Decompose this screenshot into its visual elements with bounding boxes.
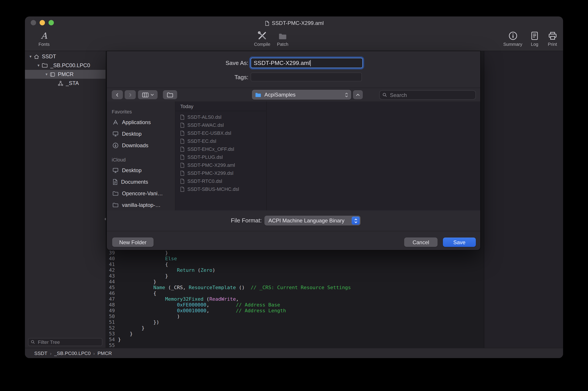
sidebar-item-downloads[interactable]: Downloads xyxy=(107,140,175,151)
breadcrumb-separator: › xyxy=(93,351,95,356)
code-line: 51 }) xyxy=(106,319,351,325)
code-line: 53 } xyxy=(106,331,351,337)
titlebar: SSDT-PMC-X299.aml xyxy=(25,16,563,28)
print-toolbar-button[interactable]: Print xyxy=(543,30,562,47)
line-number: 50 xyxy=(106,314,115,319)
window-title: SSDT-PMC-X299.aml xyxy=(264,19,324,26)
line-number: 52 xyxy=(106,325,115,331)
search-field[interactable] xyxy=(379,90,476,100)
search-input[interactable] xyxy=(389,92,473,98)
text-caret xyxy=(311,60,311,66)
search-icon xyxy=(382,93,387,98)
fonts-toolbar-button[interactable]: A Fonts xyxy=(33,30,55,47)
view-mode-button[interactable] xyxy=(138,90,158,99)
location-popup[interactable]: AcpiSamples xyxy=(252,90,351,100)
file-list-item[interactable]: SSDT-PMC-X299.dsl xyxy=(175,169,266,177)
line-number: 47 xyxy=(106,296,115,302)
file-list-item[interactable]: SSDT-AWAC.dsl xyxy=(175,121,266,129)
sidebar-item-applications[interactable]: Applications xyxy=(107,116,175,128)
cancel-button[interactable]: Cancel xyxy=(404,238,438,247)
disclosure-triangle-icon[interactable]: ▾ xyxy=(44,72,49,77)
back-button[interactable] xyxy=(112,90,123,99)
save-button[interactable]: Save xyxy=(443,238,476,247)
disclosure-triangle-icon[interactable]: ▾ xyxy=(28,54,33,59)
patch-folder-icon xyxy=(278,30,287,40)
tags-input[interactable] xyxy=(251,73,361,81)
chevron-left-icon xyxy=(115,92,120,97)
filter-tree-input[interactable] xyxy=(37,339,100,345)
tags-field[interactable] xyxy=(251,73,362,81)
doc-icon xyxy=(180,154,185,160)
doc-icon xyxy=(180,114,185,120)
file-list-item[interactable]: SSDT-EHCx_OFF.dsl xyxy=(175,145,266,153)
tree-item--sta[interactable]: _STA xyxy=(25,79,106,88)
file-name: SSDT-SBUS-MCHC.dsl xyxy=(187,186,239,192)
new-folder-button[interactable]: New Folder xyxy=(112,238,154,247)
device-icon xyxy=(49,71,56,77)
zoom-button[interactable] xyxy=(48,20,54,25)
breadcrumb-item[interactable]: SSDT xyxy=(34,351,47,356)
file-name: SSDT-RTC0.dsl xyxy=(187,178,222,184)
summary-toolbar-button[interactable]: Summary xyxy=(499,30,526,47)
favorites-sidebar: FavoritesApplicationsDesktopDownloadsiCl… xyxy=(107,101,175,210)
sidebar-item-desktop[interactable]: Desktop xyxy=(107,128,175,140)
compile-toolbar-button[interactable]: Compile xyxy=(251,30,274,47)
toolbar: A Fonts Compile Patch Summary xyxy=(25,28,563,51)
file-list-item[interactable]: SSDT-EC.dsl xyxy=(175,137,266,145)
line-number: 53 xyxy=(106,331,115,337)
sheet-nav-bar: AcpiSamples xyxy=(107,88,480,102)
home-icon xyxy=(33,54,40,59)
file-list-item[interactable]: SSDT-ALS0.dsl xyxy=(175,113,266,121)
tree-item-pmcr[interactable]: ▾PMCR xyxy=(25,70,106,79)
new-folder-icon-button[interactable] xyxy=(163,90,177,99)
file-list-item[interactable]: SSDT-SBUS-MCHC.dsl xyxy=(175,185,266,193)
file-list-item[interactable]: SSDT-PMC-X299.aml xyxy=(175,161,266,169)
tree-item--sb-pc00-lpc0[interactable]: ▾_SB.PC00.LPC0 xyxy=(25,61,106,70)
file-list-item[interactable]: SSDT-RTC0.dsl xyxy=(175,177,266,185)
line-number: 48 xyxy=(106,302,115,308)
desktop-icon xyxy=(112,167,119,174)
up-directory-button[interactable] xyxy=(353,90,363,99)
breadcrumb-item[interactable]: PMCR xyxy=(98,351,112,356)
file-list-item[interactable]: SSDT-EC-USBX.dsl xyxy=(175,129,266,137)
close-button[interactable] xyxy=(31,20,36,25)
code-line: 45 Name (_CRS, ResourceTemplate () // _C… xyxy=(106,285,351,291)
code-line: 46 { xyxy=(106,291,351,296)
line-number: 49 xyxy=(106,308,115,314)
sidebar-item-opencore-vani-[interactable]: Opencore-Vani… xyxy=(107,188,175,199)
patch-toolbar-button[interactable]: Patch xyxy=(271,30,294,47)
sidebar-item-desktop[interactable]: Desktop xyxy=(107,165,175,176)
search-icon xyxy=(31,340,35,344)
file-list-item[interactable]: SSDT-PLUG.dsl xyxy=(175,153,266,161)
log-toolbar-button[interactable]: Log xyxy=(526,30,543,47)
minimize-button[interactable] xyxy=(40,20,45,25)
save-as-input[interactable]: SSDT-PMC-X299.aml xyxy=(251,58,363,68)
method-icon xyxy=(57,80,64,86)
file-list-column: Today SSDT-ALS0.dslSSDT-AWAC.dslSSDT-EC-… xyxy=(175,101,267,210)
forward-button[interactable] xyxy=(125,90,136,99)
log-icon xyxy=(531,30,539,40)
file-name: SSDT-ALS0.dsl xyxy=(187,114,222,120)
disclosure-triangle-icon[interactable]: ▾ xyxy=(36,63,41,68)
doc-icon xyxy=(180,146,185,152)
file-name: SSDT-PMC-X299.dsl xyxy=(187,170,234,176)
tree-item-ssdt[interactable]: ▾SSDT xyxy=(25,52,106,61)
filter-tree-field[interactable] xyxy=(28,338,102,346)
file-name: SSDT-EC.dsl xyxy=(187,138,216,144)
file-group-header: Today xyxy=(175,101,266,111)
file-format-popup[interactable]: ACPI Machine Language Binary xyxy=(264,216,360,225)
file-browser: FavoritesApplicationsDesktopDownloadsiCl… xyxy=(107,101,480,210)
sidebar-item-documents[interactable]: Documents xyxy=(107,176,175,188)
code-line: 48 0xFE000000, // Address Base xyxy=(106,302,351,308)
doc-icon xyxy=(180,170,185,176)
tree-item-label: SSDT xyxy=(42,53,56,60)
line-number: 43 xyxy=(106,273,115,279)
code-line: 43 } xyxy=(106,273,351,279)
desktop: SSDT-PMC-X299.aml A Fonts Compile Patch xyxy=(0,0,588,391)
breadcrumb-item[interactable]: _SB.PC00.LPC0 xyxy=(54,351,91,356)
sidebar-item-vanilla-laptop-[interactable]: vanilla-laptop-… xyxy=(107,199,175,211)
chevron-down-icon xyxy=(150,94,154,96)
file-name: SSDT-AWAC.dsl xyxy=(187,122,224,128)
folder-icon xyxy=(166,92,174,98)
code-line: 49 0x00010000, // Address Length xyxy=(106,308,351,314)
